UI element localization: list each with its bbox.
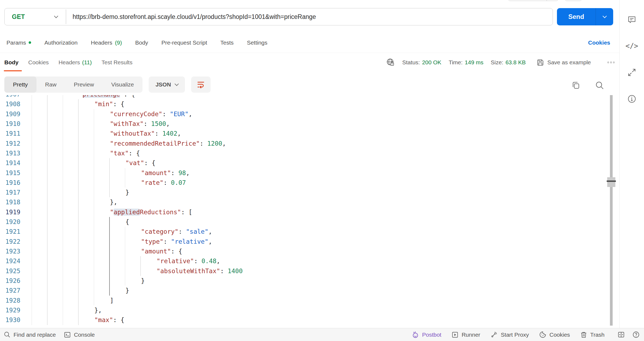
response-body-editor[interactable]: 1907"priceRange": {1908"min": {1909"curr… [0, 95, 608, 326]
indent-guide [32, 276, 32, 286]
indent-guide [32, 286, 32, 295]
response-tab-cookies[interactable]: Cookies [28, 54, 49, 71]
line-number: 1909 [5, 109, 20, 119]
tab-params[interactable]: Params [6, 39, 31, 46]
find-and-replace-button[interactable]: Find and replace [4, 331, 56, 338]
response-tab-test-results[interactable]: Test Results [102, 54, 132, 71]
code-line: 1919"appliedReductions": [ [0, 207, 608, 217]
indent-guide [32, 129, 32, 138]
network-globe-lock-icon[interactable] [386, 58, 395, 67]
line-number: 1925 [5, 266, 20, 276]
search-response-button[interactable] [595, 81, 605, 90]
indent-guide [94, 129, 94, 138]
indent-guide [47, 109, 48, 119]
indent-guide [63, 315, 63, 325]
runner-button[interactable]: Runner [452, 331, 480, 338]
format-dropdown[interactable]: JSON [149, 76, 185, 93]
indent-guide [63, 168, 63, 178]
trash-icon [580, 331, 587, 338]
indent-guide [63, 95, 63, 99]
url-input[interactable] [66, 13, 553, 21]
info-button[interactable] [626, 93, 637, 104]
trash-button[interactable]: Trash [580, 331, 605, 338]
indent-guide [32, 197, 32, 207]
method-dropdown[interactable]: GET [5, 8, 66, 25]
view-tab-raw[interactable]: Raw [36, 76, 65, 93]
toggle-panel-button[interactable] [618, 331, 625, 338]
expand-panel-button[interactable] [626, 67, 637, 78]
indent-guide [94, 207, 94, 217]
indent-guide [63, 99, 63, 109]
tab-prerequest-script[interactable]: Pre-request Script [161, 39, 207, 46]
indent-guide [94, 256, 94, 266]
indent-guide [94, 217, 94, 227]
copy-response-button[interactable] [571, 81, 581, 90]
indent-guide [63, 197, 63, 207]
code-text: ] [0, 296, 608, 305]
size-value: 63.8 KB [506, 59, 526, 66]
indent-guide [32, 148, 32, 158]
line-number: 1929 [5, 305, 20, 315]
view-tab-pretty[interactable]: Pretty [4, 76, 36, 93]
more-options-button[interactable] [606, 60, 616, 65]
line-number: 1930 [5, 315, 20, 325]
indent-guide [94, 148, 94, 158]
editor-scrollbar-match-marker [607, 180, 616, 182]
indent-guide [109, 158, 110, 168]
indent-guide [94, 188, 94, 197]
code-line: 1910"withTax": 1500, [0, 119, 608, 129]
send-label[interactable]: Send [557, 8, 596, 25]
editor-scrollbar-track[interactable] [610, 95, 613, 326]
editor-scrollbar-thumb[interactable] [607, 177, 615, 187]
line-number: 1912 [5, 139, 20, 148]
indent-guide [63, 129, 63, 138]
indent-guide [140, 266, 141, 276]
cookies-button[interactable]: Cookies [539, 331, 570, 338]
tab-headers[interactable]: Headers (9) [91, 39, 122, 46]
save-as-example-button[interactable]: Save as example [537, 59, 591, 66]
wrap-text-button[interactable] [191, 76, 211, 93]
tab-body[interactable]: Body [135, 39, 148, 46]
code-text: "amount": 98, [0, 168, 608, 178]
response-headers-count-badge: (11) [82, 59, 92, 66]
indent-guide [47, 227, 48, 236]
tab-settings[interactable]: Settings [247, 39, 267, 46]
code-snippet-button[interactable]: </> [626, 41, 637, 51]
info-icon [627, 94, 636, 103]
help-button[interactable] [632, 331, 640, 338]
indent-guide [94, 296, 94, 305]
start-proxy-button[interactable]: Start Proxy [490, 331, 529, 338]
response-tab-body-label: Body [4, 59, 19, 66]
comments-button[interactable] [626, 14, 637, 25]
indent-guide [32, 178, 32, 188]
indent-guide [47, 207, 48, 217]
send-button[interactable]: Send [557, 8, 613, 25]
view-tab-preview[interactable]: Preview [65, 76, 103, 93]
indent-guide [125, 246, 125, 256]
cookies-link[interactable]: Cookies [588, 39, 610, 46]
indent-guide [63, 305, 63, 315]
indent-guide [63, 178, 63, 188]
view-tab-visualize[interactable]: Visualize [103, 76, 143, 93]
code-icon: </> [626, 42, 638, 50]
line-number: 1927 [5, 286, 20, 295]
response-tab-body[interactable]: Body [4, 54, 19, 71]
status-indicator: Status: 200 OK [402, 59, 441, 66]
view-segmented-control: Pretty Raw Preview Visualize [4, 76, 142, 93]
right-sidebar: </> [619, 0, 644, 328]
indent-guide [78, 178, 79, 188]
indent-guide [78, 188, 79, 197]
tab-authorization[interactable]: Authorization [44, 39, 78, 46]
cookies-label: Cookies [549, 332, 570, 338]
indent-guide [32, 305, 32, 315]
send-options-button[interactable] [596, 8, 613, 25]
response-tab-headers[interactable]: Headers (11) [58, 54, 92, 71]
code-text: "category": "sale", [0, 227, 608, 236]
indent-guide [78, 158, 79, 168]
indent-guide [78, 129, 79, 138]
postbot-button[interactable]: Postbot [411, 331, 441, 339]
tab-tests[interactable]: Tests [220, 39, 234, 46]
indent-guide [47, 305, 48, 315]
console-button[interactable]: Console [64, 331, 95, 338]
help-icon [632, 331, 640, 338]
